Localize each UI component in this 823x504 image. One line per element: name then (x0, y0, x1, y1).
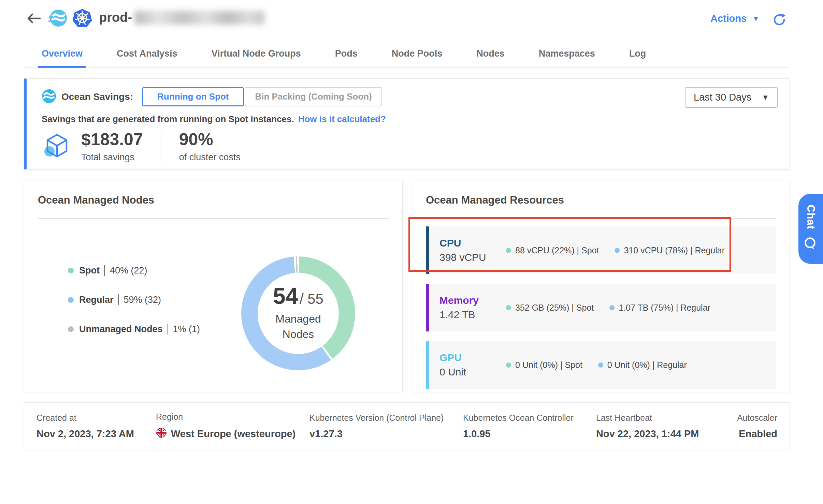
tab-nodes[interactable]: Nodes (475, 40, 506, 68)
resource-row-gpu: GPU 0 Unit 0 Unit (0%) | Spot 0 Unit (0%… (426, 341, 776, 389)
savings-toggle-group: Running on Spot Bin Packing (Coming Soon… (142, 87, 382, 106)
divider (38, 218, 389, 219)
legend-item-unmanaged: Unmanaged Nodes 1% (1) (68, 324, 200, 335)
savings-label: Ocean Savings: (61, 91, 133, 102)
created-at-column: Created at Nov 2, 2023, 7:23 AM (37, 413, 156, 440)
nodes-legend: Spot 40% (22) Regular 59% (32) Unmanaged… (68, 265, 200, 335)
managed-resources-title: Ocean Managed Resources (426, 194, 564, 206)
bin-packing-toggle[interactable]: Bin Packing (Coming Soon) (245, 87, 382, 106)
period-value: Last 30 Days (694, 92, 751, 103)
tab-log[interactable]: Log (628, 40, 647, 68)
savings-metrics: $183.07 Total savings 90% of cluster cos… (43, 131, 241, 163)
spot-dot-icon (68, 268, 74, 273)
total-savings-value: $183.07 (81, 131, 143, 149)
uk-flag-icon (156, 427, 167, 441)
legend-item-regular: Regular 59% (32) (68, 294, 200, 305)
how-calculated-link[interactable]: How is it calculated? (298, 114, 386, 124)
spot-dot-icon (506, 305, 511, 310)
back-arrow-icon (26, 21, 42, 27)
unmanaged-dot-icon (68, 326, 74, 332)
tab-pods[interactable]: Pods (334, 40, 359, 68)
page-title: prod- (99, 10, 264, 25)
chat-button[interactable]: Chat (798, 194, 823, 264)
total-savings-label: Total savings (81, 152, 143, 163)
ocean-managed-nodes-card: Ocean Managed Nodes Spot 40% (22) Regula… (24, 181, 403, 392)
redacted-cluster-name (135, 11, 264, 25)
cluster-cost-percent-metric: 90% of cluster costs (179, 131, 241, 163)
regular-dot-icon (68, 297, 74, 303)
tab-cost-analysis[interactable]: Cost Analysis (115, 40, 179, 68)
page: prod- Actions ▼ Overview Cost Analysis V… (0, 0, 823, 504)
ocean-logo-icon (48, 9, 67, 29)
gpu-regular-stat: 0 Unit (0%) | Regular (598, 360, 687, 370)
header: prod- Actions ▼ (0, 0, 823, 35)
period-dropdown[interactable]: Last 30 Days ▼ (685, 87, 778, 108)
spot-dot-icon (506, 248, 511, 253)
chevron-down-icon: ▼ (762, 93, 769, 102)
kubernetes-logo-icon (72, 8, 92, 29)
metric-divider (161, 131, 161, 163)
tab-bar: Overview Cost Analysis Virtual Node Grou… (24, 40, 790, 68)
chevron-down-icon: ▼ (752, 14, 760, 23)
ocean-savings-banner: Ocean Savings: Running on Spot Bin Packi… (24, 78, 790, 169)
divider (426, 218, 776, 219)
percent-label: of cluster costs (179, 152, 241, 163)
managed-nodes-donut-chart: 54 / 55 Managed Nodes (241, 256, 355, 370)
refresh-icon (772, 23, 787, 28)
savings-description: Savings that are generated from running … (42, 114, 386, 124)
spot-dot-icon (506, 362, 511, 368)
memory-regular-stat: 1.07 TB (75%) | Regular (609, 303, 710, 313)
ocean-savings-icon (41, 89, 56, 105)
managed-nodes-title: Ocean Managed Nodes (38, 194, 154, 206)
donut-center-text: 54 / 55 Managed Nodes (241, 256, 355, 370)
gpu-spot-stat: 0 Unit (0%) | Spot (506, 360, 582, 370)
tab-node-pools[interactable]: Node Pools (390, 40, 444, 68)
percent-value: 90% (179, 131, 241, 149)
ocean-managed-resources-card: Ocean Managed Resources CPU 398 vCPU 88 … (412, 181, 790, 392)
legend-separator (168, 324, 168, 335)
chat-label: Chat (805, 205, 817, 229)
chat-bubble-icon (803, 236, 819, 253)
cpu-regular-stat: 310 vCPU (78%) | Regular (615, 246, 725, 255)
actions-button[interactable]: Actions ▼ (710, 13, 760, 24)
k8s-version-column: Kubernetes Version (Control Plane) v1.27… (309, 413, 463, 440)
cpu-spot-stat: 88 vCPU (22%) | Spot (506, 246, 599, 255)
autoscaler-column: Autoscaler Enabled (719, 413, 777, 440)
resource-rows: CPU 398 vCPU 88 vCPU (22%) | Spot 310 vC… (426, 226, 776, 389)
savings-header-row: Ocean Savings: Running on Spot Bin Packi… (41, 87, 382, 106)
back-button[interactable] (26, 11, 42, 26)
tab-virtual-node-groups[interactable]: Virtual Node Groups (210, 40, 302, 68)
tab-namespaces[interactable]: Namespaces (537, 40, 596, 68)
resource-row-memory: Memory 1.42 TB 352 GB (25%) | Spot 1.07 … (426, 284, 776, 331)
resource-row-cpu: CPU 398 vCPU 88 vCPU (22%) | Spot 310 vC… (426, 226, 776, 274)
running-on-spot-toggle[interactable]: Running on Spot (142, 87, 244, 106)
memory-spot-stat: 352 GB (25%) | Spot (506, 303, 594, 313)
tab-overview[interactable]: Overview (40, 40, 84, 68)
cluster-name-prefix: prod- (99, 10, 132, 25)
legend-item-spot: Spot 40% (22) (68, 265, 200, 276)
region-column: Region West Europe (westeurope) (156, 412, 309, 441)
refresh-button[interactable] (772, 12, 787, 27)
ocean-controller-column: Kubernetes Ocean Controller 1.0.95 (463, 413, 596, 440)
cluster-info-bar: Created at Nov 2, 2023, 7:23 AM Region (24, 402, 790, 450)
savings-cube-icon (43, 132, 71, 161)
regular-dot-icon (598, 362, 603, 368)
last-heartbeat-column: Last Heartbeat Nov 22, 2023, 1:44 PM (596, 413, 719, 440)
legend-separator (104, 265, 105, 276)
regular-dot-icon (615, 248, 620, 253)
actions-label: Actions (710, 13, 747, 24)
legend-separator (118, 294, 119, 305)
regular-dot-icon (609, 305, 615, 310)
total-savings-metric: $183.07 Total savings (81, 131, 143, 163)
